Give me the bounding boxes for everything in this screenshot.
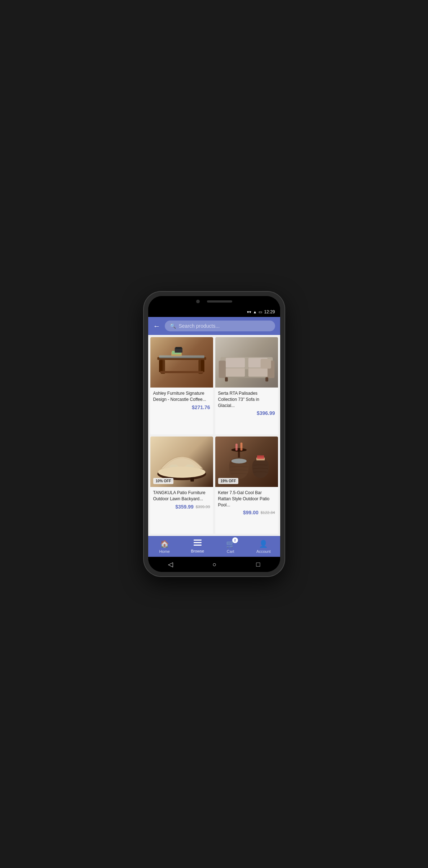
svg-point-26 <box>161 467 202 476</box>
search-wrapper: 🔍 <box>165 321 275 331</box>
app-screen: ← 🔍 <box>148 317 280 557</box>
top-sensors <box>148 296 280 307</box>
svg-rect-4 <box>159 360 163 372</box>
product-info: TANGKULA Patio Furniture Outdoor Lawn Ba… <box>150 487 213 534</box>
phone-shell: ▾▾ ▲ ▭ 12:29 ← 🔍 <box>144 292 284 576</box>
price-current: $99.00 <box>243 510 259 515</box>
price-original: $399.99 <box>196 505 210 509</box>
product-name: TANGKULA Patio Furniture Outdoor Lawn Ba… <box>153 490 210 502</box>
nav-label-account: Account <box>256 549 271 554</box>
product-info: Keter 7.5-Gal Cool Bar Rattan Style Outd… <box>215 487 278 534</box>
account-icon: 👤 <box>259 540 268 548</box>
home-icon: 🏠 <box>160 540 169 548</box>
android-home-button[interactable]: ○ <box>213 561 217 568</box>
svg-rect-28 <box>190 478 194 482</box>
svg-rect-6 <box>160 371 203 373</box>
product-image-wrap <box>215 337 278 388</box>
status-bar: ▾▾ ▲ ▭ 12:29 <box>148 307 280 317</box>
svg-rect-20 <box>225 377 228 382</box>
svg-rect-37 <box>194 542 202 543</box>
status-icons: ▾▾ ▲ ▭ 12:29 <box>247 309 275 314</box>
price-current: $359.99 <box>175 504 194 510</box>
svg-rect-33 <box>240 443 242 451</box>
product-image-wrap <box>150 337 213 388</box>
search-input[interactable] <box>179 323 270 329</box>
battery-icon: ▭ <box>259 310 262 314</box>
svg-rect-16 <box>248 368 267 376</box>
svg-rect-1 <box>159 355 204 358</box>
product-price-row: $99.00 $122.34 <box>218 510 275 515</box>
discount-badge: 19% OFF <box>218 478 239 484</box>
product-image-wrap: 10% OFF <box>150 437 213 487</box>
back-button[interactable]: ← <box>153 322 160 330</box>
nav-item-cart[interactable]: 🛒 2 Cart <box>214 536 247 557</box>
price-current: $396.99 <box>257 410 275 416</box>
android-recents-button[interactable]: □ <box>256 561 260 568</box>
svg-rect-38 <box>194 545 202 546</box>
price-original: $122.34 <box>261 510 275 515</box>
svg-rect-36 <box>194 540 202 541</box>
android-back-button[interactable]: ◁ <box>168 560 173 568</box>
product-price-row: $271.76 <box>153 404 210 410</box>
product-card[interactable]: 19% OFF Keter 7.5-Gal Cool Bar Rattan St… <box>215 437 278 534</box>
wifi-icon: ▾▾ <box>247 310 251 314</box>
nav-item-browse[interactable]: Browse <box>181 536 214 557</box>
android-nav: ◁ ○ □ <box>148 557 280 572</box>
nav-label-browse: Browse <box>191 549 204 553</box>
product-card[interactable]: 10% OFF TANGKULA Patio Furniture Outdoor… <box>150 437 213 534</box>
product-card[interactable]: Ashley Furniture Signature Design - Norc… <box>150 337 213 434</box>
product-name: Ashley Furniture Signature Design - Norc… <box>153 390 210 403</box>
products-grid: Ashley Furniture Signature Design - Norc… <box>148 335 280 536</box>
svg-point-30 <box>231 448 247 452</box>
svg-rect-13 <box>219 361 225 378</box>
product-info: Serta RTA Palisades Collection 73" Sofa … <box>215 388 278 434</box>
cart-badge: 2 <box>232 537 238 543</box>
browse-icon <box>194 540 202 548</box>
product-card[interactable]: Serta RTA Palisades Collection 73" Sofa … <box>215 337 278 434</box>
signal-icon: ▲ <box>253 310 257 314</box>
speaker-bar <box>207 300 232 303</box>
time-display: 12:29 <box>264 309 275 314</box>
nav-label-home: Home <box>159 549 170 554</box>
product-name: Serta RTA Palisades Collection 73" Sofa … <box>218 390 275 408</box>
svg-rect-19 <box>260 359 271 368</box>
camera-dot <box>196 300 200 303</box>
svg-rect-5 <box>201 360 204 372</box>
svg-rect-21 <box>265 377 268 382</box>
nav-item-home[interactable]: 🏠 Home <box>148 536 181 557</box>
discount-badge: 10% OFF <box>153 478 174 484</box>
product-price-row: $396.99 <box>218 410 275 416</box>
search-icon: 🔍 <box>170 323 176 329</box>
svg-rect-10 <box>175 347 181 349</box>
product-name: Keter 7.5-Gal Cool Bar Rattan Style Outd… <box>218 490 275 508</box>
search-bar: ← 🔍 <box>148 317 280 335</box>
svg-rect-32 <box>235 444 238 451</box>
product-image-wrap: 19% OFF <box>215 437 278 487</box>
nav-label-cart: Cart <box>227 549 234 554</box>
svg-rect-17 <box>226 358 245 367</box>
product-info: Ashley Furniture Signature Design - Norc… <box>150 388 213 434</box>
nav-item-account[interactable]: 👤 Account <box>247 536 280 557</box>
phone-inner: ▾▾ ▲ ▭ 12:29 ← 🔍 <box>148 296 280 572</box>
svg-rect-35 <box>257 456 264 459</box>
svg-point-31 <box>231 458 247 464</box>
bottom-nav: 🏠 Home Browse 🛒 <box>148 536 280 557</box>
cart-icon: 🛒 2 <box>226 540 235 548</box>
product-price-row: $359.99 $399.99 <box>153 504 210 510</box>
svg-rect-15 <box>226 368 245 376</box>
price-current: $271.76 <box>192 404 210 410</box>
